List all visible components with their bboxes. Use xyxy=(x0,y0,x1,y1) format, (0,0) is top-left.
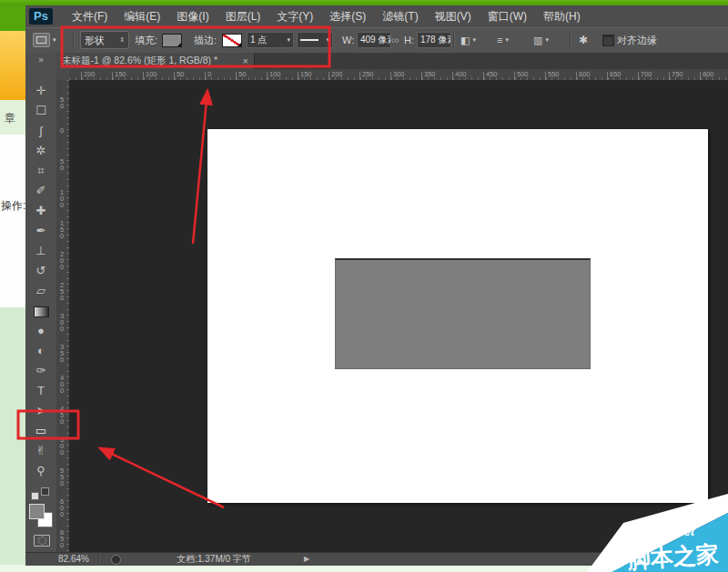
canvas-area[interactable] xyxy=(69,80,728,552)
stroke-type-select[interactable]: ▾ xyxy=(297,28,333,52)
ruler-tick-label: 550 xyxy=(58,467,66,487)
zoom-level-field[interactable]: 82.64% xyxy=(58,553,89,566)
menu-item[interactable]: 帮助(H) xyxy=(535,9,589,25)
ruler-tick-label: 50 xyxy=(58,96,66,109)
browser-page-bottom-strip xyxy=(0,565,728,572)
tools-panel: ✛☐ʃ✲⌗✐✚✒⊥↺▱●◐✑T➤▭✌⚲ xyxy=(25,69,57,552)
tool-preset-picker[interactable]: ▾ xyxy=(33,28,56,52)
separator xyxy=(570,32,571,48)
type-tool[interactable]: T xyxy=(25,382,56,400)
fill-swatch[interactable] xyxy=(162,28,182,52)
separator xyxy=(73,32,75,48)
stroke-swatch-no-color[interactable] xyxy=(222,28,242,52)
menu-item[interactable]: 视图(V) xyxy=(427,9,480,25)
menu-item[interactable]: 选择(S) xyxy=(321,9,374,25)
path-selection-tool[interactable]: ➤ xyxy=(25,402,56,420)
page-band xyxy=(0,135,25,307)
ruler-tick-label: 600 xyxy=(58,498,66,517)
shape-width-field[interactable]: 409 像素 xyxy=(357,28,391,52)
tool-mode-select[interactable]: 形状 ⇕ xyxy=(80,28,129,52)
ruler-tick-label: 350 xyxy=(58,344,66,363)
close-icon[interactable]: × xyxy=(243,55,248,66)
ruler-tick-label: 350 xyxy=(424,70,436,78)
separator xyxy=(453,32,455,48)
crop-tool[interactable]: ⌗ xyxy=(25,162,56,180)
menu-item[interactable]: 文字(Y) xyxy=(268,9,321,25)
dodge-tool[interactable]: ◐ xyxy=(25,342,56,360)
stroke-width-field[interactable]: 1 点 ▾ xyxy=(247,28,294,52)
rectangle-tool[interactable]: ▭ xyxy=(25,422,56,440)
stroke-width-value: 1 点 xyxy=(250,34,267,46)
path-operations-icon[interactable]: ◧▾ xyxy=(460,28,476,52)
foreground-color-swatch[interactable] xyxy=(29,504,45,519)
foreground-background-swatches[interactable] xyxy=(29,504,55,527)
ruler-tick-label: 150 xyxy=(58,220,66,239)
page-band xyxy=(0,31,25,100)
default-colors-icon[interactable] xyxy=(31,487,49,500)
brush-tool[interactable]: ✒ xyxy=(25,222,56,240)
gradient-icon xyxy=(34,306,49,317)
eyedropper-tool[interactable]: ✐ xyxy=(25,182,56,200)
align-edges-label: 对齐边缘 xyxy=(617,28,657,52)
blur-tool[interactable]: ● xyxy=(25,322,56,340)
drawn-rectangle-shape[interactable] xyxy=(335,258,591,369)
ruler-tick-label: 0 xyxy=(58,127,66,134)
ruler-tick-label: 250 xyxy=(362,70,374,78)
page-text-fragment: 章 xyxy=(5,111,15,126)
clone-stamp-tool[interactable]: ⊥ xyxy=(25,242,56,260)
solid-line-icon xyxy=(300,39,318,41)
zoom-tool[interactable]: ⚲ xyxy=(25,462,56,480)
gear-icon[interactable]: ✱ xyxy=(579,28,588,52)
ruler-tick-label: 200 xyxy=(58,251,66,270)
document-tab[interactable]: 未标题-1 @ 82.6% (矩形 1, RGB/8) * × xyxy=(56,53,255,69)
chevron-down-icon: ▾ xyxy=(287,36,290,44)
ruler-tick-label: 200 xyxy=(84,70,96,78)
ruler-tick-label: 450 xyxy=(58,406,66,425)
menu-item[interactable]: 滤镜(T) xyxy=(374,9,426,25)
width-label: W: xyxy=(342,28,354,52)
menu-item[interactable]: 文件(F) xyxy=(64,9,116,25)
menu-item[interactable]: 图层(L) xyxy=(217,9,269,25)
spot-healing-tool[interactable]: ✚ xyxy=(25,202,56,220)
quick-selection-tool[interactable]: ✲ xyxy=(25,142,56,160)
ruler-tick-label: 250 xyxy=(58,282,66,301)
align-edges-checkbox[interactable] xyxy=(602,28,614,52)
menu-item[interactable]: 图像(I) xyxy=(168,9,217,25)
menu-item[interactable]: 编辑(E) xyxy=(116,9,168,25)
path-arrangement-icon[interactable]: ▥▾ xyxy=(533,28,549,52)
ruler-tick-label: 300 xyxy=(58,313,66,332)
ruler-tick-label: 150 xyxy=(115,70,126,78)
ruler-tick-label: 400 xyxy=(455,70,467,78)
ruler-tick-label: 650 xyxy=(610,70,622,78)
hand-tool[interactable]: ✌ xyxy=(25,442,56,460)
quick-mask-icon[interactable] xyxy=(34,535,50,547)
history-brush-tool[interactable]: ↺ xyxy=(25,262,56,280)
ruler-tick-label: 50 xyxy=(58,158,66,171)
eraser-tool[interactable]: ▱ xyxy=(25,282,56,300)
shape-height-field[interactable]: 178 像素 xyxy=(417,28,451,52)
menu-bar: Ps 文件(F)编辑(E)图像(I)图层(L)文字(Y)选择(S)滤镜(T)视图… xyxy=(25,5,728,28)
link-dimensions-icon[interactable]: ∞ xyxy=(391,28,399,52)
path-alignment-icon[interactable]: ≡▾ xyxy=(497,28,509,52)
ruler-tick-label: 100 xyxy=(58,189,66,208)
lasso-tool[interactable]: ʃ xyxy=(25,122,56,140)
ruler-tick-label: 550 xyxy=(548,70,560,78)
menu-item[interactable]: 窗口(W) xyxy=(480,9,535,25)
document-canvas[interactable] xyxy=(207,129,708,503)
ruler-tick-label: 700 xyxy=(641,70,652,78)
gradient-tool[interactable] xyxy=(25,302,56,320)
marquee-tool[interactable]: ☐ xyxy=(25,102,56,120)
menu-bar-items: 文件(F)编辑(E)图像(I)图层(L)文字(Y)选择(S)滤镜(T)视图(V)… xyxy=(64,5,589,27)
pen-tool[interactable]: ✑ xyxy=(25,362,56,380)
move-tool[interactable]: ✛ xyxy=(25,82,56,100)
ruler-tick-label: 50 xyxy=(238,70,246,78)
ruler-tick-label: 500 xyxy=(517,70,529,78)
tool-mode-value: 形状 xyxy=(85,34,105,47)
ruler-tick-label: 650 xyxy=(58,529,66,548)
tool-options-bar: ▾ 形状 ⇕ 填充: 描边: 1 点 ▾ ▾ xyxy=(25,27,728,55)
ruler-tick-label: 100 xyxy=(146,70,157,78)
status-expand-icon[interactable]: ▶ xyxy=(304,553,309,566)
swatch-corner-icon xyxy=(177,43,181,46)
swatch-corner-icon xyxy=(238,43,241,46)
toolbar-collapse-button[interactable]: » xyxy=(25,53,57,69)
